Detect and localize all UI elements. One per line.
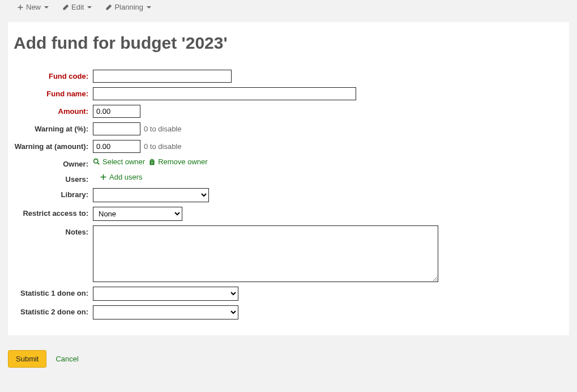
new-menu[interactable]: New [17, 3, 49, 11]
pencil-icon [62, 4, 69, 11]
library-select[interactable] [93, 188, 209, 202]
chevron-down-icon [147, 6, 151, 8]
warning-amt-label: Warning at (amount): [14, 140, 93, 151]
submit-button[interactable]: Submit [8, 350, 46, 368]
stat1-select[interactable] [93, 287, 238, 301]
restrict-select[interactable]: None [93, 207, 182, 221]
restrict-label: Restrict access to: [14, 207, 93, 218]
warning-pct-input[interactable] [93, 122, 140, 135]
edit-menu[interactable]: Edit [62, 3, 92, 11]
chevron-down-icon [87, 6, 92, 8]
svg-point-0 [94, 159, 98, 163]
page-title: Add fund for budget '2023' [14, 33, 563, 53]
edit-label: Edit [71, 3, 84, 11]
notes-textarea[interactable] [93, 225, 438, 282]
planning-menu[interactable]: Planning [105, 3, 151, 11]
footer-actions: Submit Cancel [0, 343, 577, 374]
fund-name-label: Fund name: [14, 87, 93, 98]
notes-label: Notes: [14, 225, 93, 236]
warning-amt-hint: 0 to disable [144, 142, 182, 151]
toolbar: New Edit Planning [0, 0, 577, 14]
chevron-down-icon [44, 6, 49, 8]
amount-input[interactable] [93, 105, 140, 118]
stat1-label: Statistic 1 done on: [14, 287, 93, 297]
amount-label: Amount: [14, 105, 93, 116]
users-label: Users: [14, 173, 93, 184]
select-owner-link[interactable]: Select owner [93, 157, 145, 166]
fund-code-input[interactable] [93, 70, 232, 83]
plus-icon [17, 4, 24, 11]
library-label: Library: [14, 188, 93, 199]
remove-owner-link[interactable]: Remove owner [148, 157, 207, 166]
warning-pct-label: Warning at (%): [14, 122, 93, 133]
warning-pct-hint: 0 to disable [144, 125, 182, 133]
cancel-link[interactable]: Cancel [55, 355, 78, 363]
new-label: New [26, 3, 41, 11]
stat2-select[interactable] [93, 305, 238, 319]
form-panel: Add fund for budget '2023' Fund code: Fu… [8, 22, 569, 335]
owner-label: Owner: [14, 157, 93, 168]
fund-name-input[interactable] [93, 87, 356, 100]
plus-icon [100, 173, 107, 181]
stat2-label: Statistic 2 done on: [14, 305, 93, 316]
pencil-icon [105, 4, 112, 11]
planning-label: Planning [114, 3, 143, 11]
search-icon [93, 158, 100, 165]
trash-icon [148, 158, 156, 165]
fund-code-label: Fund code: [14, 70, 93, 80]
warning-amt-input[interactable] [93, 140, 140, 153]
add-users-link[interactable]: Add users [100, 173, 143, 181]
